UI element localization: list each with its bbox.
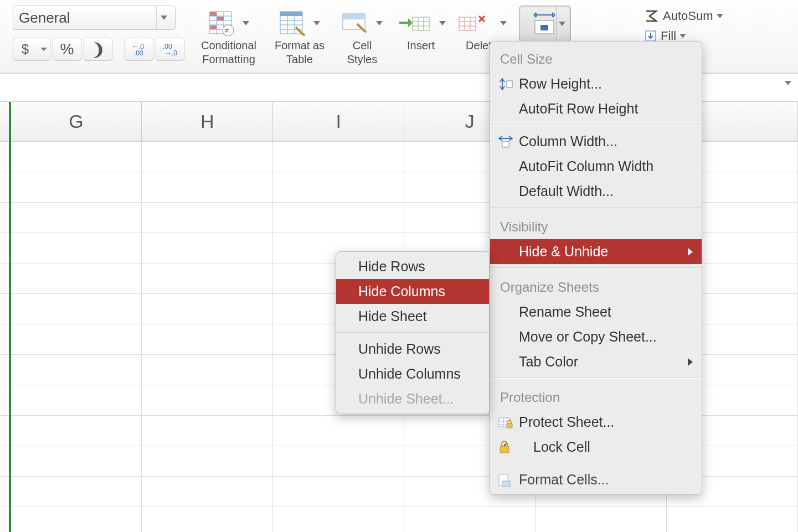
- format-cells-icon: [532, 11, 558, 37]
- grid-cell[interactable]: [142, 294, 273, 324]
- grid-cell[interactable]: [11, 142, 142, 172]
- grid-cell[interactable]: [142, 203, 273, 233]
- grid-cell[interactable]: [11, 507, 142, 532]
- submenu-hide-columns[interactable]: Hide Columns: [336, 279, 489, 304]
- format-cells-item-icon: [498, 473, 513, 487]
- submenu-hide-sheet-label: Hide Sheet: [358, 308, 427, 324]
- grid-cell[interactable]: [273, 416, 404, 446]
- menu-hide-unhide[interactable]: Hide & Unhide: [490, 239, 702, 264]
- grid-cell[interactable]: [142, 385, 273, 416]
- submenu-unhide-columns[interactable]: Unhide Columns: [336, 361, 489, 386]
- menu-autofit-column-width[interactable]: AutoFit Column Width: [490, 154, 702, 179]
- menu-protect-sheet[interactable]: Protect Sheet...: [490, 410, 702, 435]
- svg-rect-12: [217, 17, 224, 20]
- grid-cell[interactable]: [11, 477, 142, 507]
- menu-default-width[interactable]: Default Width...: [490, 179, 702, 204]
- col-header-i[interactable]: I: [273, 102, 404, 141]
- menu-separator: [490, 207, 702, 208]
- grid-cell[interactable]: [11, 203, 142, 233]
- grid-cell[interactable]: [142, 355, 273, 385]
- grid-cell[interactable]: [11, 446, 142, 477]
- grid-cell[interactable]: [273, 172, 404, 203]
- grid-cell[interactable]: [11, 172, 142, 203]
- grid-cell[interactable]: [273, 203, 404, 233]
- submenu-hide-sheet[interactable]: Hide Sheet: [336, 304, 489, 329]
- grid-cell[interactable]: [142, 264, 273, 294]
- increase-decimal-button[interactable]: ←.0 .00: [125, 38, 153, 61]
- menu-protect-sheet-label: Protect Sheet...: [519, 414, 614, 430]
- grid-cell[interactable]: [273, 142, 404, 172]
- grid-cell[interactable]: [11, 294, 142, 324]
- percent-symbol: %: [60, 40, 74, 58]
- grid-cell[interactable]: [273, 477, 404, 507]
- svg-text:.00: .00: [134, 49, 143, 56]
- svg-text:→.0: →.0: [165, 49, 177, 56]
- svg-text:≠: ≠: [225, 26, 229, 35]
- grid-cell[interactable]: [536, 507, 667, 532]
- grid-cell[interactable]: [11, 264, 142, 294]
- format-dropdown-menu: Cell Size Row Height... AutoFit Row Heig…: [490, 41, 702, 495]
- cell-styles-button[interactable]: Cell Styles: [341, 6, 384, 66]
- grid-cell[interactable]: [11, 355, 142, 385]
- menu-move-copy-sheet[interactable]: Move or Copy Sheet...: [490, 324, 702, 349]
- menu-lock-cell[interactable]: ✓ Lock Cell: [490, 435, 702, 459]
- conditional-formatting-button[interactable]: ≠ Conditional Formatting: [199, 6, 259, 66]
- col-header-g-label: G: [69, 111, 83, 132]
- grid-cell[interactable]: [667, 507, 798, 532]
- fill-caret[interactable]: [679, 34, 686, 38]
- autosum-button[interactable]: AutoSum: [644, 9, 723, 23]
- grid-cell[interactable]: [11, 233, 142, 264]
- col-header-g[interactable]: G: [11, 102, 142, 141]
- menu-header-protection: Protection: [490, 382, 702, 410]
- format-as-table-button[interactable]: Format as Table: [270, 6, 330, 66]
- format-dropdown-caret[interactable]: [556, 6, 567, 42]
- grid-cell[interactable]: [142, 416, 273, 446]
- menu-move-copy-sheet-label: Move or Copy Sheet...: [519, 329, 657, 345]
- menu-rename-sheet[interactable]: Rename Sheet: [490, 299, 702, 324]
- col-header-i-label: I: [336, 111, 341, 132]
- svg-rect-41: [502, 142, 509, 147]
- insert-cells-icon: [396, 11, 436, 36]
- grid-cell[interactable]: [273, 446, 404, 477]
- grid-cell[interactable]: [142, 233, 273, 264]
- menu-separator: [490, 463, 702, 464]
- insert-button[interactable]: Insert: [397, 6, 445, 53]
- submenu-arrow-icon: [688, 358, 693, 366]
- grid-cell[interactable]: [142, 172, 273, 203]
- grid-cell[interactable]: [142, 324, 273, 355]
- grid-cell[interactable]: [142, 477, 273, 507]
- currency-dropdown[interactable]: [37, 38, 50, 61]
- svg-rect-25: [413, 17, 429, 30]
- grid-cell[interactable]: [11, 385, 142, 416]
- menu-lock-cell-label: Lock Cell: [533, 439, 590, 455]
- autosum-caret[interactable]: [717, 14, 723, 18]
- menu-format-cells[interactable]: Format Cells...: [490, 467, 702, 492]
- submenu-hide-rows[interactable]: Hide Rows: [336, 254, 489, 279]
- format-as-table-label: Format as Table: [270, 39, 330, 66]
- comma-style-button[interactable]: ❩: [84, 38, 112, 61]
- menu-separator: [490, 378, 702, 379]
- currency-button[interactable]: $: [13, 38, 37, 61]
- grid-cell[interactable]: [273, 507, 404, 532]
- format-button[interactable]: [519, 6, 571, 42]
- grid-cell[interactable]: [11, 416, 142, 446]
- menu-row-height[interactable]: Row Height...: [490, 71, 702, 96]
- submenu-unhide-rows[interactable]: Unhide Rows: [336, 337, 489, 361]
- grid-cell[interactable]: [142, 446, 273, 477]
- svg-rect-36: [540, 25, 548, 30]
- decrease-decimal-button[interactable]: .00 →.0: [156, 38, 184, 61]
- number-format-select[interactable]: General: [13, 6, 176, 30]
- grid-cell[interactable]: [11, 324, 142, 355]
- grid-cell[interactable]: [142, 507, 273, 532]
- percent-button[interactable]: %: [53, 38, 81, 61]
- submenu-unhide-sheet: Unhide Sheet...: [336, 386, 489, 411]
- menu-autofit-row-height[interactable]: AutoFit Row Height: [490, 96, 702, 121]
- grid-cell[interactable]: [142, 142, 273, 172]
- formula-bar-expand[interactable]: [785, 81, 791, 85]
- grid-cell[interactable]: [404, 507, 536, 532]
- col-header-h[interactable]: H: [142, 102, 273, 141]
- menu-header-visibility: Visibility: [490, 211, 702, 239]
- menu-column-width[interactable]: Column Width...: [490, 129, 702, 154]
- menu-tab-color[interactable]: Tab Color: [490, 349, 702, 374]
- number-format-caret[interactable]: [156, 6, 171, 29]
